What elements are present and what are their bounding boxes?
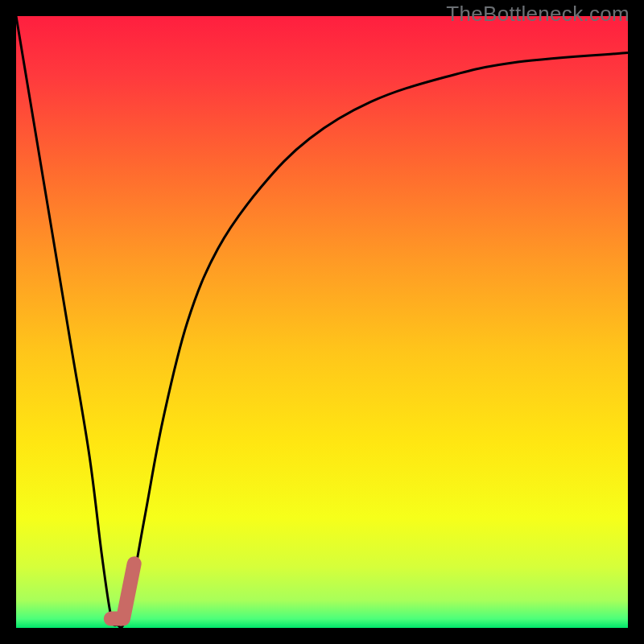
plot-area [16, 16, 628, 628]
watermark-text: TheBottleneck.com [446, 2, 630, 27]
marker-segment [16, 16, 628, 628]
chart-frame: TheBottleneck.com [0, 0, 644, 644]
